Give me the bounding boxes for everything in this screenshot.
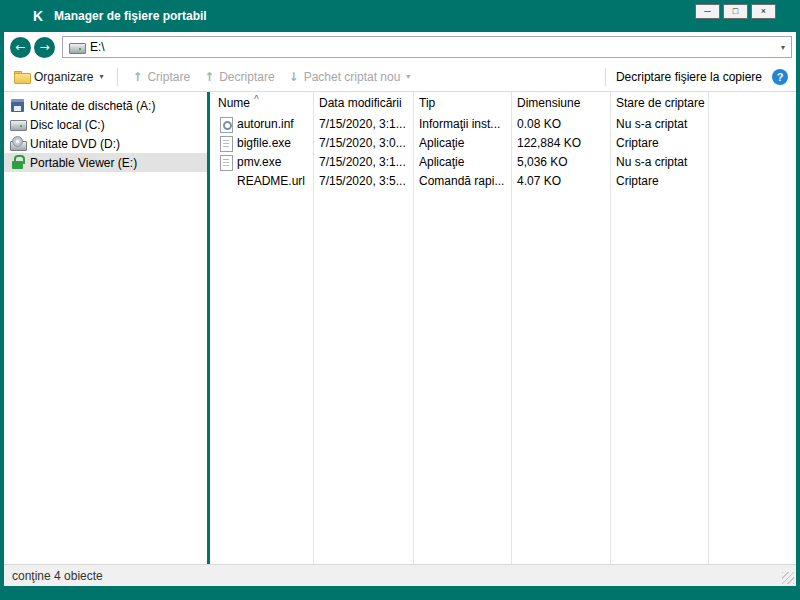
toolbar-separator xyxy=(605,68,606,86)
maximize-button[interactable]: □ xyxy=(723,4,748,19)
lock-icon xyxy=(10,155,25,170)
title-bar: K Manager de fişiere portabil ─ □ × xyxy=(0,0,800,32)
chevron-down-icon: ▾ xyxy=(99,72,103,81)
organize-button[interactable]: Organizare ▾ xyxy=(14,69,103,84)
encrypt-arrow-icon: ↑ xyxy=(132,70,142,84)
window-title: Manager de fişiere portabil xyxy=(54,9,207,23)
column-divider xyxy=(708,92,709,564)
hard-drive-icon xyxy=(10,117,25,132)
file-size: 4.07 KO xyxy=(511,172,610,191)
sort-ascending-icon: ^ xyxy=(254,92,259,111)
file-name-cell: README.url xyxy=(210,172,313,191)
file-modified: 7/15/2020, 3:0... xyxy=(313,134,413,153)
file-name: autorun.inf xyxy=(237,115,294,134)
sidebar-item-portable-viewer-e[interactable]: Portable Viewer (E:) xyxy=(4,153,207,172)
column-divider xyxy=(413,92,414,564)
minimize-button[interactable]: ─ xyxy=(695,4,720,19)
sidebar-item-label: Disc local (C:) xyxy=(30,118,105,132)
file-cell-empty xyxy=(708,134,796,153)
drive-tree-sidebar: Unitate de dischetă (A:) Disc local (C:)… xyxy=(4,92,207,564)
file-name-cell: bigfile.exe xyxy=(210,134,313,153)
close-button[interactable]: × xyxy=(751,4,776,19)
new-encrypted-package-button[interactable]: ↓ Pachet criptat nou ▾ xyxy=(289,70,411,84)
file-name-cell: autorun.inf xyxy=(210,115,313,134)
status-text: conţine 4 obiecte xyxy=(12,569,103,583)
toolbar-right-group: Decriptare fişiere la copiere ? xyxy=(605,68,788,86)
decrypt-arrow-icon: ↑ xyxy=(204,70,214,84)
file-name: README.url xyxy=(237,172,305,191)
file-size: 5,036 KO xyxy=(511,153,610,172)
file-modified: 7/15/2020, 3:1... xyxy=(313,115,413,134)
file-size: 0.08 KO xyxy=(511,115,610,134)
file-list: ^ Nume Data modificării Tip Dimensiune S… xyxy=(210,92,796,564)
file-type: Informaţii inst... xyxy=(413,115,511,134)
decrypt-on-copy-toggle[interactable]: Decriptare fişiere la copiere xyxy=(616,70,762,84)
toolbar-separator xyxy=(117,68,118,86)
status-bar: conţine 4 obiecte xyxy=(4,564,796,586)
column-divider xyxy=(610,92,611,564)
folder-icon xyxy=(14,69,29,84)
drive-icon xyxy=(69,40,84,55)
column-header-name[interactable]: ^ Nume xyxy=(210,92,313,115)
file-cell-empty xyxy=(708,153,796,172)
sidebar-item-local-disk-c[interactable]: Disc local (C:) xyxy=(4,115,207,134)
address-bar[interactable]: E:\ ▾ xyxy=(62,36,792,58)
kaspersky-logo-icon: K xyxy=(30,8,46,24)
file-type: Comandă rapi... xyxy=(413,172,511,191)
column-header-encryption-status[interactable]: Stare de criptare xyxy=(610,92,708,115)
file-size: 122,884 KO xyxy=(511,134,610,153)
column-header-label: Nume xyxy=(218,96,250,110)
floppy-drive-icon xyxy=(10,98,25,113)
resize-grip[interactable] xyxy=(782,572,794,584)
back-button[interactable]: ← xyxy=(10,37,31,58)
file-icon xyxy=(218,155,233,170)
file-list-header: ^ Nume Data modificării Tip Dimensiune S… xyxy=(210,92,796,115)
address-path: E:\ xyxy=(90,40,775,54)
file-name-cell: pmv.exe xyxy=(210,153,313,172)
decrypt-label: Decriptare xyxy=(219,70,274,84)
help-icon[interactable]: ? xyxy=(772,69,788,85)
file-encryption-status: Nu s-a criptat xyxy=(610,115,708,134)
sidebar-item-floppy-a[interactable]: Unitate de dischetă (A:) xyxy=(4,96,207,115)
new-encrypted-package-label: Pachet criptat nou xyxy=(304,70,401,84)
navigation-bar: ← → E:\ ▾ xyxy=(4,32,796,62)
file-type: Aplicaţie xyxy=(413,153,511,172)
column-header-modified[interactable]: Data modificării xyxy=(313,92,413,115)
column-header-size[interactable]: Dimensiune xyxy=(511,92,610,115)
file-name: pmv.exe xyxy=(237,153,281,172)
forward-button[interactable]: → xyxy=(34,37,55,58)
file-encryption-status: Criptare xyxy=(610,134,708,153)
file-cell-empty xyxy=(708,172,796,191)
file-type: Aplicaţie xyxy=(413,134,511,153)
column-header-empty xyxy=(708,92,796,115)
encrypt-button[interactable]: ↑ Criptare xyxy=(132,70,190,84)
dvd-drive-icon xyxy=(10,136,25,151)
main-panes: Unitate de dischetă (A:) Disc local (C:)… xyxy=(4,92,796,564)
chevron-down-icon: ▾ xyxy=(406,72,410,81)
toolbar: Organizare ▾ ↑ Criptare ↑ Decriptare ↓ P… xyxy=(4,62,796,92)
file-modified: 7/15/2020, 3:1... xyxy=(313,153,413,172)
file-encryption-status: Nu s-a criptat xyxy=(610,153,708,172)
file-icon xyxy=(218,136,233,151)
file-name: bigfile.exe xyxy=(237,134,291,153)
decrypt-button[interactable]: ↑ Decriptare xyxy=(204,70,274,84)
file-encryption-status: Criptare xyxy=(610,172,708,191)
file-cell-empty xyxy=(708,115,796,134)
autorun-file-icon xyxy=(218,117,233,132)
package-arrow-icon: ↓ xyxy=(289,70,299,84)
organize-label: Organizare xyxy=(34,70,93,84)
file-modified: 7/15/2020, 3:5... xyxy=(313,172,413,191)
sidebar-item-label: Portable Viewer (E:) xyxy=(30,156,137,170)
sidebar-item-label: Unitate DVD (D:) xyxy=(30,137,120,151)
column-divider xyxy=(511,92,512,564)
client-area: ← → E:\ ▾ Organizare ▾ ↑ Criptare ↑ Decr… xyxy=(4,32,796,586)
window-controls: ─ □ × xyxy=(695,4,776,19)
address-dropdown-icon[interactable]: ▾ xyxy=(781,43,785,52)
sidebar-item-dvd-d[interactable]: Unitate DVD (D:) xyxy=(4,134,207,153)
encrypt-label: Criptare xyxy=(147,70,190,84)
sidebar-item-label: Unitate de dischetă (A:) xyxy=(30,99,155,113)
column-header-type[interactable]: Tip xyxy=(413,92,511,115)
column-divider xyxy=(313,92,314,564)
portable-file-manager-window: K Manager de fişiere portabil ─ □ × ← → … xyxy=(0,0,800,600)
